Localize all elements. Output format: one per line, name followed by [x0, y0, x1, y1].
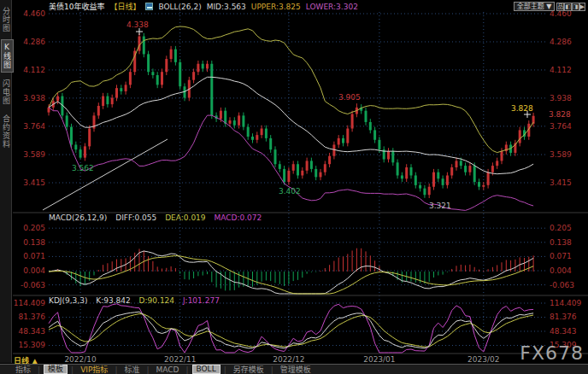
price-annotation: 3.321	[429, 202, 451, 210]
kdj-y-axis-label: 15.309	[19, 341, 46, 349]
sidebar-item-0[interactable]: 分时图	[1, 4, 12, 35]
macd-y-axis-label: 0.138	[23, 238, 45, 247]
x-axis-row: 日线 ▲ 2022/102022/112022/122023/012023/02…	[0, 354, 588, 364]
tab-另存模板[interactable]: 另存模板	[230, 364, 268, 374]
main-y-axis-label: 3.764	[550, 122, 572, 131]
chart-header: 美债10年收益率 【日线】 BOLL(26,2) MID:3.563 UPPER…	[49, 1, 358, 12]
kdj-y-axis-label: 81.376	[19, 313, 46, 321]
price-annotation: 3.828	[511, 104, 533, 113]
main-y-axis-label: 4.112	[550, 66, 572, 74]
main-y-axis-label: 4.286	[23, 38, 45, 46]
price-annotation: 3.562	[72, 164, 94, 172]
kdj-y-axis-label: 48.343	[19, 327, 46, 336]
tab-MACD[interactable]: MACD	[152, 365, 182, 374]
indicator-icon	[145, 3, 153, 10]
period-tag: 【日线】	[109, 1, 140, 12]
macd-diff-value: DIFF:0.055	[115, 213, 156, 222]
macd-y-axis-label: 0.205	[23, 224, 45, 232]
main-y-axis-label: 4.286	[550, 38, 572, 46]
month-label: 2023/01	[360, 355, 399, 364]
macd-y-axis-label: 0.138	[550, 238, 572, 247]
left-sidebar: 分时图K线图闪电图合约资料	[0, 0, 12, 363]
price-annotation: 4.338	[126, 20, 149, 29]
tab-divider: |	[271, 365, 273, 374]
macd-y-axis-label: 0.004	[550, 266, 572, 275]
kdj-k-value: K:93.842	[96, 296, 130, 305]
main-y-axis-label: 3.938	[550, 94, 572, 102]
tab-divider: |	[71, 365, 74, 374]
theme-dropdown[interactable]: 全部主题 ▼	[514, 2, 556, 11]
kdj-header: KDJ(9,3,3) K:93.842 D:90.124 J:101.277	[49, 296, 226, 305]
main-y-axis-label: 4.460	[23, 9, 45, 18]
main-y-axis-label: 3.415	[550, 178, 572, 187]
window-buttons: 品◧◨▶	[556, 2, 585, 11]
macd-y-axis-label: 0.205	[550, 224, 572, 232]
boll-mid-value: MID:3.563	[207, 3, 246, 11]
tile-windows-button[interactable]: 品	[556, 3, 564, 11]
boll-indicator-label: BOLL(26,2)	[158, 3, 201, 11]
tab-BOLL[interactable]: BOLL	[192, 365, 220, 374]
tab-divider: |	[146, 365, 149, 374]
main-y-axis-label: 3.415	[23, 178, 45, 187]
tab-divider: |	[185, 365, 188, 374]
tab-模板[interactable]: 模板	[44, 365, 68, 374]
kdj-y-axis-label: 48.343	[550, 327, 577, 336]
main-y-axis-label: 3.938	[23, 94, 45, 102]
main-y-axis-label: 3.589	[550, 150, 572, 159]
macd-macd-value: MACD:0.072	[214, 213, 262, 222]
month-label: 2022/11	[161, 355, 200, 364]
tab-管理模板[interactable]: 管理模板	[277, 364, 315, 374]
month-label: 2023/02	[464, 355, 503, 364]
kdj-j-value: J:101.277	[183, 296, 220, 305]
macd-name: MACD(26,12,9)	[49, 213, 107, 222]
tab-divider: |	[115, 365, 117, 374]
trading-app-window: 分时图K线图闪电图合约资料 美债10年收益率 【日线】 BOLL(26,2) M…	[0, 0, 588, 374]
macd-dea-value: DEA:0.019	[165, 213, 205, 222]
page-last-button[interactable]: ▶	[579, 3, 585, 11]
kdj-y-axis-label: 114.409	[550, 299, 581, 307]
tab-指标[interactable]: 指标	[12, 364, 34, 374]
tab-divider: |	[38, 365, 40, 374]
macd-header: MACD(26,12,9) DIFF:0.055 DEA:0.019 MACD:…	[49, 213, 268, 222]
tab-标准[interactable]: 标准	[121, 364, 143, 374]
price-annotation: 3.402	[279, 187, 301, 196]
sidebar-item-1[interactable]: K线图	[1, 39, 14, 73]
main-y-axis-label: 3.589	[23, 150, 45, 159]
month-label: 2022/10	[61, 355, 100, 364]
main-y-axis-label: 4.112	[23, 66, 45, 74]
main-y-axis-label: 3.764	[23, 122, 45, 131]
watermark: FX678	[520, 342, 584, 364]
kdj-y-axis-label: 81.376	[550, 313, 577, 321]
price-annotation: 3.905	[338, 93, 361, 102]
sidebar-item-3[interactable]: 合约资料	[1, 112, 12, 151]
tab-divider: |	[224, 365, 226, 374]
page-next-button[interactable]: ◨	[572, 3, 579, 11]
macd-y-axis-label: -0.063	[21, 281, 45, 289]
macd-y-axis-label: -0.063	[550, 281, 574, 289]
kdj-name: KDJ(9,3,3)	[49, 296, 87, 305]
page-first-button[interactable]: ◧	[564, 3, 572, 11]
bottom-tab-bar: 指标|模板|VIP指标|标准|MACD|BOLL|另存模板|管理模板	[0, 364, 588, 374]
tab-VIP指标[interactable]: VIP指标	[77, 364, 111, 374]
sidebar-item-2[interactable]: 闪电图	[1, 77, 12, 108]
kdj-y-axis-label: 114.409	[14, 299, 45, 307]
kdj-d-value: D:90.124	[139, 296, 174, 305]
macd-y-axis-label: 0.004	[23, 266, 45, 275]
symbol-title: 美债10年收益率	[49, 1, 104, 12]
boll-lower-value: LOWER:3.302	[306, 3, 358, 11]
boll-upper-value: UPPER:3.825	[251, 3, 301, 11]
window-controls: 全部主题 ▼ 品◧◨▶	[514, 2, 585, 11]
month-label: 2022/12	[269, 355, 309, 364]
macd-y-axis-label: 0.071	[550, 252, 572, 260]
last-price-axis-tag: 3.828	[549, 110, 571, 119]
macd-y-axis-label: 0.071	[23, 252, 45, 260]
